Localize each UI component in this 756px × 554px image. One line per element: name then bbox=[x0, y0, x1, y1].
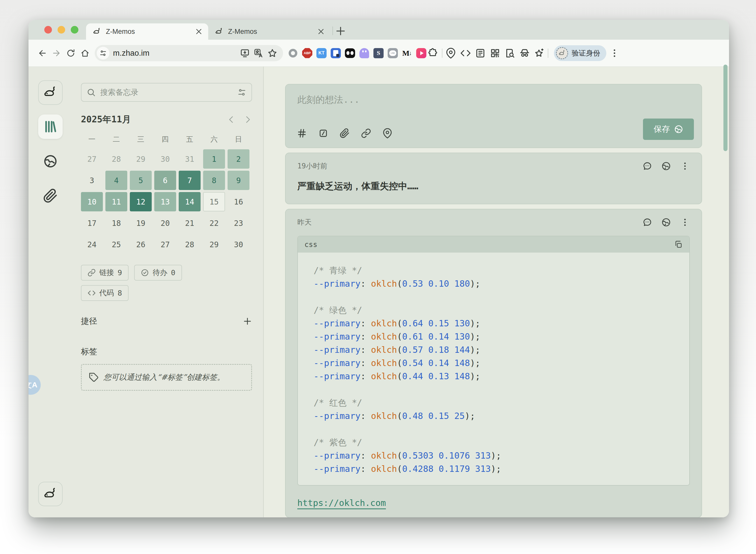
globe-icon[interactable] bbox=[661, 218, 671, 227]
minimize-window-button[interactable] bbox=[57, 26, 65, 34]
add-shortcut-icon[interactable] bbox=[243, 317, 252, 326]
calendar-day[interactable]: 25 bbox=[105, 235, 127, 254]
calendar-day[interactable]: 10 bbox=[81, 192, 103, 211]
nav-attachments-button[interactable] bbox=[38, 184, 63, 208]
new-tab-button[interactable] bbox=[335, 25, 346, 37]
close-icon[interactable] bbox=[317, 28, 325, 35]
calendar-day[interactable]: 12 bbox=[130, 192, 152, 211]
kebab-menu-icon[interactable] bbox=[680, 218, 690, 227]
calendar-day[interactable]: 3 bbox=[81, 171, 103, 190]
oklch-link[interactable]: https://oklch.com bbox=[297, 498, 386, 508]
calendar-day[interactable]: 2 bbox=[228, 149, 249, 169]
markdownload-icon[interactable]: M↓ bbox=[401, 47, 413, 59]
calendar-day[interactable]: 28 bbox=[179, 235, 201, 254]
app-logo-button[interactable] bbox=[38, 80, 63, 105]
calendar-day[interactable]: 13 bbox=[154, 192, 176, 211]
back-icon[interactable] bbox=[35, 46, 49, 60]
extensions-puzzle-icon[interactable] bbox=[427, 47, 439, 59]
location-pin-icon[interactable] bbox=[382, 128, 393, 138]
tab-z-memos-active[interactable]: Z-Memos bbox=[86, 23, 208, 40]
search-input[interactable]: 搜索备忘录 bbox=[81, 83, 252, 102]
save-button[interactable]: 保存 bbox=[643, 118, 694, 140]
calendar-day[interactable]: 18 bbox=[105, 213, 127, 233]
browser-menu-icon[interactable] bbox=[609, 48, 619, 58]
reload-icon[interactable] bbox=[64, 46, 78, 60]
calendar-day[interactable]: 24 bbox=[81, 235, 103, 254]
calendar-day[interactable]: 30 bbox=[154, 149, 176, 169]
scrollbar-thumb[interactable] bbox=[723, 65, 727, 151]
calendar-day[interactable]: 11 bbox=[105, 192, 127, 211]
calendar-day[interactable]: 20 bbox=[154, 213, 176, 233]
calendar-day[interactable]: 6 bbox=[154, 171, 176, 190]
incognito-icon[interactable] bbox=[519, 48, 530, 58]
calendar-day[interactable]: 1 bbox=[203, 149, 225, 169]
install-app-icon[interactable] bbox=[240, 48, 250, 58]
code-stat-chip[interactable]: 代码 8 bbox=[81, 285, 129, 301]
password-lock-icon[interactable] bbox=[330, 47, 342, 59]
zoom-window-button[interactable] bbox=[71, 26, 79, 34]
video-summarizer-icon[interactable] bbox=[415, 47, 427, 59]
reading-list-icon[interactable] bbox=[475, 48, 486, 58]
calendar-day[interactable]: 27 bbox=[154, 235, 176, 254]
location-pin-icon[interactable] bbox=[446, 48, 456, 58]
calendar-day[interactable]: 29 bbox=[203, 235, 225, 254]
todos-stat-chip[interactable]: 待办 0 bbox=[134, 265, 182, 281]
todo-slash-icon[interactable] bbox=[318, 128, 329, 138]
links-stat-chip[interactable]: 链接 9 bbox=[81, 265, 129, 281]
nav-memos-button[interactable] bbox=[38, 114, 63, 139]
calendar-day[interactable]: 5 bbox=[130, 171, 152, 190]
link-icon[interactable] bbox=[361, 128, 371, 138]
calendar-day[interactable]: 26 bbox=[130, 235, 152, 254]
site-settings-icon[interactable] bbox=[97, 47, 109, 59]
calendar-day[interactable]: 27 bbox=[81, 149, 103, 169]
calendar-day[interactable]: 22 bbox=[203, 213, 225, 233]
calendar-day[interactable]: 4 bbox=[105, 171, 127, 190]
filter-icon[interactable] bbox=[237, 88, 246, 97]
tab-z-memos-inactive[interactable]: Z-Memos bbox=[208, 23, 331, 40]
calendar-day[interactable]: 15 bbox=[203, 192, 225, 211]
s-box-icon[interactable]: S bbox=[373, 47, 384, 59]
night-eyes-icon[interactable] bbox=[344, 47, 356, 59]
comment-icon[interactable] bbox=[643, 161, 652, 171]
loop-ring-icon[interactable] bbox=[287, 47, 299, 59]
calendar-day[interactable]: 7 bbox=[179, 171, 201, 190]
chevron-right-icon[interactable] bbox=[243, 115, 252, 124]
ghostery-icon[interactable] bbox=[358, 47, 370, 59]
address-bar[interactable]: m.zhao.im bbox=[95, 45, 283, 61]
calendar-day[interactable]: 16 bbox=[228, 192, 249, 211]
nav-explore-button[interactable] bbox=[38, 149, 63, 173]
qr-code-icon[interactable] bbox=[490, 48, 500, 58]
kiwi-kt-icon[interactable]: KT bbox=[316, 47, 327, 59]
line-icon[interactable]: LINE bbox=[387, 47, 399, 59]
calendar-day[interactable]: 17 bbox=[81, 213, 103, 233]
profile-rat-button[interactable] bbox=[38, 482, 63, 506]
copy-icon[interactable] bbox=[674, 240, 683, 249]
translate-icon[interactable] bbox=[254, 48, 264, 58]
globe-icon[interactable] bbox=[661, 161, 671, 171]
chevron-left-icon[interactable] bbox=[227, 115, 236, 124]
paperclip-icon[interactable] bbox=[340, 128, 350, 138]
calendar-day[interactable]: 21 bbox=[179, 213, 201, 233]
calendar-day[interactable]: 19 bbox=[130, 213, 152, 233]
memo-editor[interactable]: 此刻的想法... 保存 bbox=[285, 84, 702, 148]
close-window-button[interactable] bbox=[44, 26, 52, 34]
calendar-day[interactable]: 29 bbox=[130, 149, 152, 169]
comment-icon[interactable] bbox=[643, 218, 652, 227]
search-page-icon[interactable] bbox=[505, 48, 515, 58]
code-icon[interactable] bbox=[460, 48, 471, 58]
calendar-day[interactable]: 9 bbox=[228, 171, 249, 190]
calendar-day[interactable]: 14 bbox=[179, 192, 201, 211]
bookmark-star-icon[interactable] bbox=[534, 48, 545, 58]
calendar-day[interactable]: 23 bbox=[228, 213, 249, 233]
profile-chip[interactable]: 验证身份 bbox=[554, 45, 606, 61]
calendar-day[interactable]: 31 bbox=[179, 149, 201, 169]
hash-icon[interactable] bbox=[297, 128, 307, 138]
kebab-menu-icon[interactable] bbox=[680, 161, 690, 171]
close-icon[interactable] bbox=[195, 28, 203, 35]
home-icon[interactable] bbox=[78, 46, 92, 60]
calendar-day[interactable]: 30 bbox=[228, 235, 249, 254]
bookmark-star-icon[interactable] bbox=[267, 48, 278, 58]
calendar-day[interactable]: 28 bbox=[105, 149, 127, 169]
url-text[interactable]: m.zhao.im bbox=[113, 49, 236, 58]
calendar-day[interactable]: 8 bbox=[203, 171, 225, 190]
